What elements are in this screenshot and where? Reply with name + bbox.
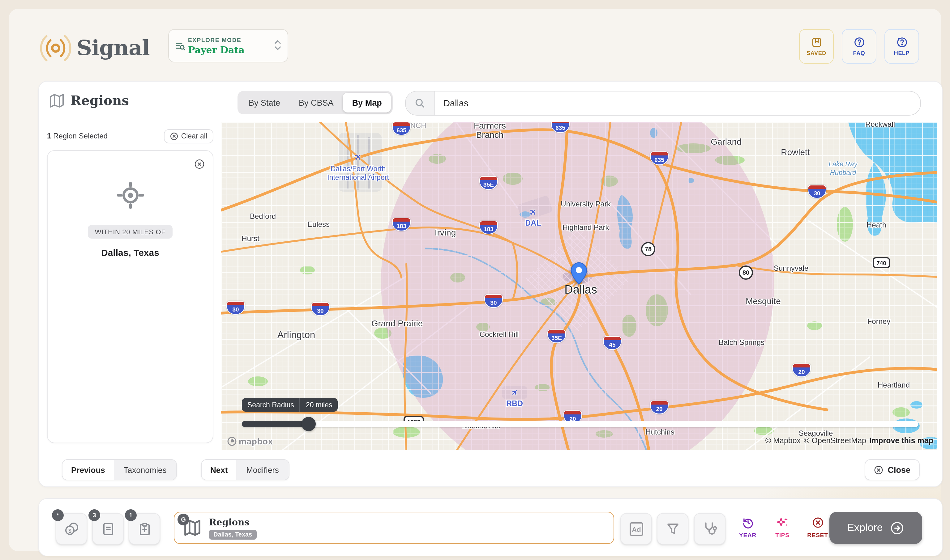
selected-location: Dallas, Texas — [48, 247, 213, 258]
signal-logo-icon — [40, 32, 72, 64]
regions-step-tag: Dallas, Texas — [209, 529, 256, 539]
map-label: Rockwall — [865, 122, 895, 129]
clear-all-button[interactable]: Clear all — [164, 129, 213, 143]
selected-count-number: 1 — [47, 132, 51, 140]
taxonomies-step-button[interactable]: 3 — [92, 513, 124, 545]
map-label: Balch Springs — [719, 338, 765, 347]
map-label: Highland Park — [563, 223, 609, 232]
search-radius-value: 20 miles — [300, 398, 338, 412]
explore-mode-icon — [175, 40, 185, 51]
previous-button[interactable]: Previous Taxonomies — [62, 459, 177, 480]
highway-shield: 635 — [551, 122, 570, 133]
explore-mode-label: EXPLORE MODE — [188, 36, 274, 43]
saved-button[interactable]: SAVED — [799, 29, 834, 64]
selected-count: 1 Region Selected — [47, 132, 108, 140]
next-button[interactable]: Next Modifiers — [201, 459, 290, 480]
clipboard-plus-icon — [137, 522, 152, 536]
previous-target: Taxonomies — [114, 460, 177, 480]
svg-text:Ad: Ad — [631, 525, 640, 533]
explore-button[interactable]: Explore — [830, 512, 922, 544]
brand-logo: Signal — [40, 32, 150, 64]
saved-label: SAVED — [807, 50, 826, 56]
reset-label: RESET — [807, 532, 828, 538]
map-attribution: © Mapbox © OpenStreetMap Improve this ma… — [765, 436, 933, 445]
highway-shield: 20 — [650, 400, 669, 414]
tab-by-cbsa[interactable]: By CBSA — [290, 93, 343, 112]
highway-shield: 30 — [484, 294, 503, 308]
stethoscope-tool-button[interactable] — [694, 513, 725, 545]
airplane-icon: ✈ — [508, 386, 520, 398]
airplane-icon: ✈ — [527, 206, 539, 218]
regions-title-text: Regions — [71, 93, 129, 108]
selected-count-label: Region Selected — [53, 132, 108, 140]
highway-shield: 35E — [479, 176, 498, 190]
previous-label: Previous — [62, 460, 114, 480]
next-label: Next — [202, 460, 236, 480]
tab-by-state[interactable]: By State — [239, 93, 290, 112]
close-button[interactable]: Close — [865, 459, 920, 480]
attrib-improve-link[interactable]: Improve this map — [869, 436, 933, 445]
payers-step-button[interactable]: * $ — [56, 513, 87, 545]
tab-by-map[interactable]: By Map — [343, 93, 391, 112]
mapbox-logo[interactable]: mapbox — [227, 436, 273, 446]
regions-step-badge: G — [177, 514, 189, 525]
year-history-icon — [741, 516, 754, 529]
map-label: Dallas — [564, 283, 597, 297]
ad-tool-button[interactable]: Ad — [620, 513, 652, 545]
regions-active-step[interactable]: G Regions Dallas, Texas — [174, 512, 614, 544]
map-label: Dallas/Fort Worth — [331, 165, 386, 172]
payers-badge: * — [52, 509, 64, 521]
document-list-icon — [100, 522, 115, 536]
taxonomies-badge: 3 — [88, 509, 100, 521]
modifiers-step-button[interactable]: 1 — [129, 513, 160, 545]
help-bubble-icon — [896, 37, 908, 48]
attrib-osm[interactable]: © OpenStreetMap — [804, 436, 866, 445]
viewport: Signal EXPLORE MODE Payer Data — [0, 0, 950, 560]
highway-shield: 20 — [792, 363, 811, 377]
modifiers-badge: 1 — [125, 509, 137, 521]
app-panel: Signal EXPLORE MODE Payer Data — [9, 9, 941, 551]
map-label: Rowlett — [781, 147, 810, 157]
highway-shield: 45 — [603, 336, 622, 350]
attrib-mapbox[interactable]: © Mapbox — [765, 436, 800, 445]
coins-icon: $ — [63, 521, 79, 537]
radius-slider-track[interactable] — [242, 421, 918, 427]
map-label: Heartland — [878, 381, 910, 389]
tips-button[interactable]: TIPS — [769, 516, 796, 538]
year-label: YEAR — [739, 532, 756, 538]
explore-label: Explore — [847, 522, 882, 534]
region-search — [405, 91, 921, 115]
selection-sidebar: 1 Region Selected Clear all — [47, 129, 213, 443]
filter-tool-button[interactable] — [657, 513, 688, 545]
year-button[interactable]: YEAR — [734, 516, 761, 538]
next-target: Modifiers — [236, 460, 289, 480]
faq-button[interactable]: FAQ — [842, 29, 876, 64]
brand-name: Signal — [77, 35, 150, 60]
tips-sparkles-icon — [776, 516, 789, 529]
reset-button[interactable]: RESET — [804, 516, 831, 538]
map-label: Farmers — [474, 122, 506, 131]
map-label: RBD — [506, 399, 523, 408]
highway-shield: 183 — [392, 218, 411, 231]
clear-all-label: Clear all — [181, 132, 207, 140]
highway-shield: 183 — [479, 221, 498, 234]
bookmark-icon — [811, 37, 822, 48]
question-circle-icon — [853, 37, 865, 48]
airplane-icon: ✈ — [352, 151, 364, 163]
map-label: Branch — [476, 130, 504, 140]
map-pin[interactable] — [571, 262, 587, 285]
help-label: HELP — [894, 50, 910, 56]
explore-mode-select[interactable]: EXPLORE MODE Payer Data — [168, 29, 288, 62]
map-label: Mesquite — [746, 296, 781, 306]
reset-icon — [811, 516, 824, 529]
radius-slider-knob[interactable] — [302, 417, 316, 431]
highway-shield: 30 — [808, 185, 826, 198]
help-button[interactable]: HELP — [884, 29, 919, 64]
map-label: DAL — [525, 219, 541, 228]
map-canvas[interactable]: RANCHRockwallFarmersBranchGarlandRowlett… — [221, 122, 937, 450]
highway-shield: 635 — [392, 122, 411, 135]
region-mode-tabs: By State By CBSA By Map — [238, 91, 393, 114]
remove-region-icon[interactable] — [194, 159, 205, 169]
regions-header: Regions By State By CBSA By Map — [49, 91, 932, 114]
search-input[interactable] — [435, 98, 920, 108]
